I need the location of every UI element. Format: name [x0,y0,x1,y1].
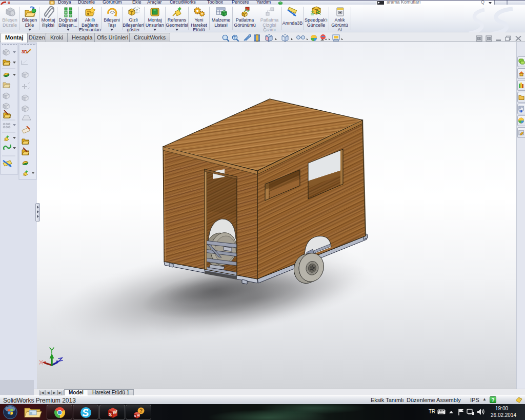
svg-text:W: W [137,414,140,417]
svg-text:W: W [113,409,117,415]
svg-text:S: S [109,412,112,417]
svg-text:?: ? [139,408,143,414]
svg-text:S: S [134,414,136,417]
